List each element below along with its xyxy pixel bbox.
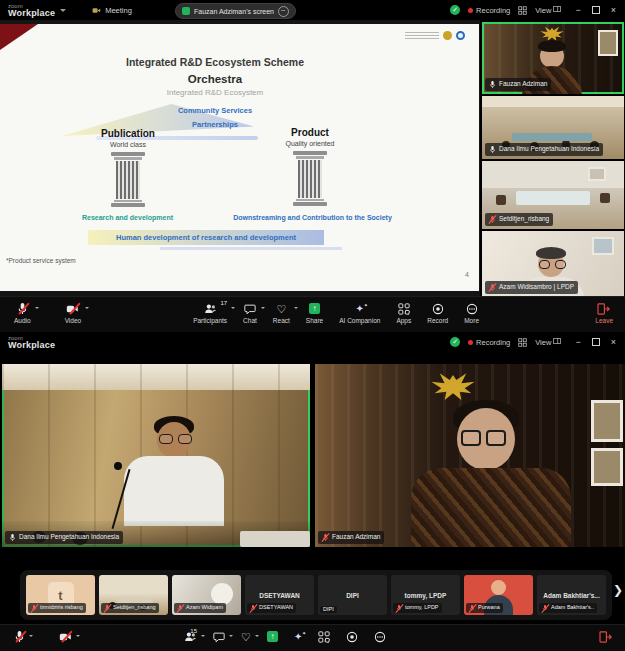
screen-share-banner[interactable]: Fauzan Adziman's screen − xyxy=(175,3,296,19)
more-icon xyxy=(374,630,386,643)
chat-button[interactable] xyxy=(205,625,233,643)
next-page-arrow[interactable]: ❯ xyxy=(613,584,623,596)
chevron-down-icon[interactable] xyxy=(76,635,80,639)
name-label: Azam Widisambro | LPDP xyxy=(485,281,578,294)
record-icon xyxy=(432,302,444,315)
react-button[interactable]: ♡ xyxy=(233,625,259,643)
video-tile-setditjen[interactable]: Setditjen_risbang xyxy=(482,161,624,229)
leave-icon xyxy=(599,630,613,643)
record-button[interactable] xyxy=(338,625,366,643)
security-shield-icon[interactable]: ✓ xyxy=(450,5,460,15)
right-pillar-subtitle: Quality oriented xyxy=(250,140,370,147)
audio-button[interactable]: Audio xyxy=(6,297,39,324)
recording-indicator: Recording xyxy=(468,6,510,15)
leave-button[interactable] xyxy=(591,625,621,643)
filmstrip-tile-azam[interactable]: Azam Widipam xyxy=(172,575,241,615)
apps-button[interactable]: Apps xyxy=(388,297,419,324)
left-pillar-title: Publication xyxy=(68,128,188,139)
close-button[interactable]: × xyxy=(611,5,616,15)
recording-indicator: Recording xyxy=(468,338,510,347)
filmstrip-tile-setditjen[interactable]: Setditjen_risbang xyxy=(99,575,168,615)
slide-heading: Orchestra xyxy=(55,73,375,85)
maximize-button[interactable] xyxy=(592,338,600,346)
filmstrip-tile-tirmidziris[interactable]: t tirmidziris risbang xyxy=(26,575,95,615)
gallery-grid-icon[interactable] xyxy=(518,338,527,347)
minimize-button[interactable]: − xyxy=(575,337,580,347)
tab-meeting[interactable]: Meeting xyxy=(92,6,132,15)
mic-muted-icon xyxy=(489,283,496,292)
ministry-logos xyxy=(405,30,465,41)
security-shield-icon[interactable]: ✓ xyxy=(450,337,460,347)
minimize-button[interactable]: − xyxy=(575,5,580,15)
garuda-emblem xyxy=(538,25,566,41)
video-tile-fauzan[interactable]: Fauzan Adziman xyxy=(482,22,624,94)
filmstrip-tile-dipi[interactable]: DIPI DIPI xyxy=(318,575,387,615)
filmstrip-tile-tommy[interactable]: tommy, LPDP tommy, LPDP xyxy=(391,575,460,615)
filmstrip-tile-adam[interactable]: Adam Bakhtiar's... Adam Bakhtiar's.. xyxy=(537,575,606,615)
video-tile-fauzan-speaker[interactable]: Fauzan Adziman xyxy=(315,364,625,547)
share-button[interactable]: ↑ Share xyxy=(298,297,331,324)
filmstrip-tile-purwana[interactable]: Purwana xyxy=(464,575,533,615)
chevron-down-icon[interactable] xyxy=(35,307,39,311)
stop-share-icon[interactable]: − xyxy=(278,6,289,17)
view-button[interactable]: View xyxy=(535,5,561,15)
ai-companion-button[interactable]: ✦ xyxy=(286,625,310,643)
name-label: Dana Ilmu Pengetahuan Indonesia xyxy=(5,531,123,544)
pillar-icon xyxy=(111,152,145,207)
ministry-text-lines xyxy=(405,30,439,41)
mic-muted-icon xyxy=(322,533,329,542)
record-button[interactable]: Record xyxy=(419,297,456,324)
university-logo-icon xyxy=(456,31,465,40)
react-button[interactable]: ♡ React xyxy=(265,297,298,324)
right-pillar-caption: Downstreaming and Contribution to the So… xyxy=(215,214,410,221)
recording-dot-icon xyxy=(468,340,473,345)
participants-button[interactable]: 15 xyxy=(176,625,205,643)
view-layout-icon xyxy=(553,5,561,13)
more-button[interactable]: More xyxy=(456,297,487,324)
share-button[interactable]: ↑ xyxy=(259,625,286,643)
ai-companion-button[interactable]: ✦ AI Companion xyxy=(331,297,388,324)
sparkle-icon: ✦ xyxy=(356,302,364,315)
close-button[interactable]: × xyxy=(611,337,616,347)
mic-muted-icon xyxy=(17,302,28,315)
recording-dot-icon xyxy=(468,8,473,13)
video-tile-dipi-room[interactable]: Dana Ilmu Pengetahuan Indonesia xyxy=(482,96,624,159)
video-button[interactable]: Video xyxy=(57,297,90,324)
participants-video-strip: Fauzan Adziman Dana Ilmu Pengetahuan Ind… xyxy=(481,20,625,297)
mic-muted-icon xyxy=(31,604,37,612)
mic-muted-icon xyxy=(250,604,256,612)
more-button[interactable] xyxy=(366,625,394,643)
participants-icon xyxy=(204,302,217,315)
video-tile-azam[interactable]: Azam Widisambro | LPDP xyxy=(482,231,624,297)
gallery-grid-icon[interactable] xyxy=(518,6,527,15)
chat-icon xyxy=(244,302,256,315)
view-button[interactable]: View xyxy=(535,337,561,347)
slide-community-services: Community Services xyxy=(120,106,310,115)
chat-button[interactable]: Chat xyxy=(235,297,265,324)
leave-button[interactable]: Leave xyxy=(587,297,621,324)
mic-icon xyxy=(489,145,496,154)
sparkle-icon: ✦ xyxy=(294,630,302,643)
filmstrip-tile-dsetyawan[interactable]: DSETYAWAN DSETYAWAN xyxy=(245,575,314,615)
video-button[interactable] xyxy=(51,625,80,643)
person-torso xyxy=(124,456,224,526)
audio-button[interactable] xyxy=(6,625,33,643)
slide-title: Integrated R&D Ecosystem Scheme xyxy=(55,56,375,68)
chevron-down-icon[interactable] xyxy=(85,307,89,311)
microphone-icon xyxy=(114,462,122,470)
wall-picture xyxy=(598,30,618,56)
video-tile-dipi-speaker[interactable]: Dana Ilmu Pengetahuan Indonesia xyxy=(2,364,310,547)
zoom-window-screenshare: zoom Workplace Meeting Fauzan Adziman's … xyxy=(0,0,625,332)
chevron-down-icon[interactable] xyxy=(29,635,33,639)
mic-muted-icon xyxy=(542,604,548,612)
maximize-button[interactable] xyxy=(592,6,600,14)
apps-button[interactable] xyxy=(310,625,338,643)
apps-icon xyxy=(318,630,330,643)
person-torso xyxy=(411,468,571,547)
chevron-down-icon[interactable] xyxy=(60,9,66,15)
share-banner-label: Fauzan Adziman's screen xyxy=(194,8,274,15)
mic-muted-icon xyxy=(396,604,402,612)
participants-button[interactable]: 17 Participants xyxy=(185,297,235,324)
chat-icon xyxy=(213,630,225,643)
slide-footnote: *Product service system xyxy=(6,257,76,264)
